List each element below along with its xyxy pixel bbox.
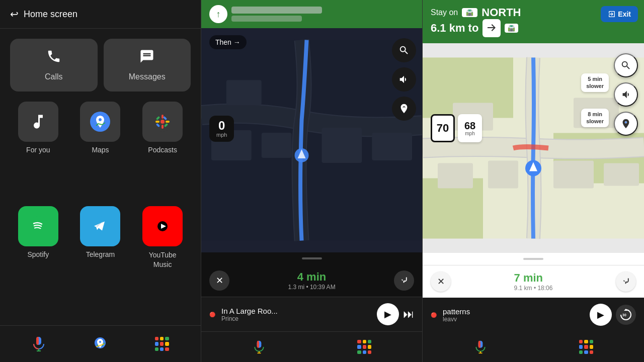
speed-limit-value: 70 — [437, 122, 449, 135]
svg-rect-5 — [166, 121, 170, 123]
maps-label: Maps — [92, 146, 109, 154]
nav-street-info — [231, 7, 414, 22]
dark-map-area[interactable]: 0 mph — [201, 28, 422, 252]
skip-button[interactable]: ⏭ — [403, 308, 414, 321]
music2-info: patterns leavv — [443, 307, 584, 323]
svg-rect-25 — [321, 128, 362, 163]
skip30-button[interactable]: 30 — [616, 305, 636, 325]
music-title: In A Large Roo... — [221, 307, 371, 315]
svg-rect-51 — [478, 341, 480, 348]
volume-nav2-button[interactable] — [614, 82, 638, 107]
calls-icon — [46, 49, 61, 67]
nav2-eta-details: 9.1 km • 18:06 — [514, 285, 553, 292]
for-you-label: For you — [26, 146, 50, 154]
nav-street-name-blurred — [231, 7, 322, 14]
nav2-close-button[interactable]: ✕ — [431, 272, 451, 292]
eta-details: 1.3 mi • 10:39 AM — [288, 284, 335, 291]
youtube-music-label: YouTubeMusic — [149, 250, 177, 268]
music2-controls: ▶ 30 — [590, 304, 636, 326]
grid-nav2-icon — [579, 340, 593, 354]
nav2-north-label: NORTH — [481, 6, 521, 19]
current-speed-unit: mph — [465, 131, 474, 136]
search-nav2-button[interactable] — [614, 53, 638, 77]
speed-value: 0 — [216, 120, 227, 132]
calls-button[interactable]: Calls — [10, 39, 98, 92]
home-screen-icon: ↩ — [10, 8, 19, 20]
nav2-right-buttons — [614, 53, 638, 136]
exit-button-label: Exit — [618, 10, 631, 18]
apps-grid-button[interactable] — [152, 334, 172, 354]
nav2-turn-icon — [482, 19, 501, 37]
music2-title: patterns — [443, 307, 584, 316]
music-controls: ▶ ⏭ — [377, 303, 414, 325]
home-screen-title: Home screen — [24, 9, 77, 20]
nav2-stay-label: Stay on — [431, 8, 458, 17]
svg-point-10 — [160, 120, 165, 124]
app-spotify[interactable]: Spotify — [10, 206, 66, 315]
messages-icon — [139, 49, 154, 67]
mic-button-nav2[interactable] — [470, 337, 491, 357]
spotify-label: Spotify — [27, 250, 49, 258]
speed-badge: 0 mph — [209, 116, 234, 142]
nav-up-arrow-icon: ↑ — [209, 5, 227, 23]
nav2-eta-time: 7 min — [514, 272, 553, 285]
eta-info: 4 min 1.3 mi • 10:39 AM — [288, 270, 335, 291]
nav-bottom-bar — [201, 331, 422, 362]
speed-unit: mph — [216, 132, 227, 138]
play2-button[interactable]: ▶ — [590, 304, 612, 326]
music2-artist: leavv — [443, 316, 584, 323]
app-maps[interactable]: Maps — [72, 102, 129, 200]
music-info: In A Large Roo... Prince — [221, 307, 371, 322]
app-podcasts[interactable]: Podcasts — [134, 102, 191, 200]
svg-rect-2 — [162, 115, 164, 119]
nav-alt-routes-button[interactable] — [394, 270, 414, 291]
then-label: Then → — [215, 38, 240, 46]
grid-nav-icon — [357, 340, 371, 354]
app-telegram[interactable]: Telegram — [72, 206, 129, 315]
app-for-you[interactable]: For you — [10, 102, 66, 200]
pull-handle-light — [523, 258, 543, 260]
svg-rect-4 — [155, 121, 159, 123]
volume-nav-button[interactable] — [392, 67, 416, 92]
then-indicator: Then → — [209, 35, 247, 49]
music2-dot-icon: 🔴 — [431, 312, 437, 318]
telegram-icon — [80, 206, 120, 246]
svg-rect-3 — [162, 125, 164, 129]
svg-rect-39 — [488, 161, 518, 189]
svg-rect-31 — [257, 341, 259, 348]
light-map-area[interactable]: 5 minslower 8 minslower 70 68 mph — [423, 43, 644, 253]
grid-button-nav[interactable] — [354, 337, 374, 357]
nav2-bottom-bar — [423, 332, 644, 362]
nav-close-button[interactable]: ✕ — [209, 270, 229, 291]
svg-rect-40 — [553, 161, 594, 189]
play-button[interactable]: ▶ — [377, 303, 399, 325]
grid-button-nav2[interactable] — [576, 337, 596, 357]
youtube-music-icon — [142, 206, 183, 246]
for-you-icon — [18, 102, 58, 142]
telegram-label: Telegram — [86, 250, 115, 258]
messages-button[interactable]: Messages — [104, 39, 191, 92]
app-grid: For you Maps — [0, 92, 201, 325]
pull-handle — [302, 257, 322, 259]
nav2-eta-info: 7 min 9.1 km • 18:06 — [514, 272, 553, 292]
home-screen-panel: ↩ Home screen Calls Messages For you — [0, 0, 201, 362]
nav2-alt-routes-button[interactable] — [616, 272, 636, 292]
current-speed-value: 68 — [464, 121, 475, 131]
svg-point-11 — [28, 216, 48, 236]
grid-icon — [155, 337, 169, 351]
svg-rect-27 — [226, 80, 262, 105]
mic-button-nav[interactable] — [249, 337, 269, 357]
highway-shield-icon: 🛣️ — [462, 8, 477, 17]
nav2-distance-label: 6.1 km to — [431, 22, 478, 35]
app-youtube-music[interactable]: YouTubeMusic — [134, 206, 191, 315]
search-nav-button[interactable] — [392, 38, 416, 62]
mic-button[interactable] — [29, 334, 49, 354]
messages-label: Messages — [129, 72, 166, 81]
maps-bottom-button[interactable] — [90, 334, 110, 354]
add-stop-nav2-button[interactable] — [614, 112, 638, 136]
exit-button[interactable]: Exit — [601, 6, 638, 22]
music-dot-icon: 🔴 — [209, 312, 215, 317]
music-artist: Prince — [221, 315, 371, 322]
add-stop-nav-button[interactable] — [392, 97, 416, 121]
svg-rect-26 — [372, 133, 412, 160]
